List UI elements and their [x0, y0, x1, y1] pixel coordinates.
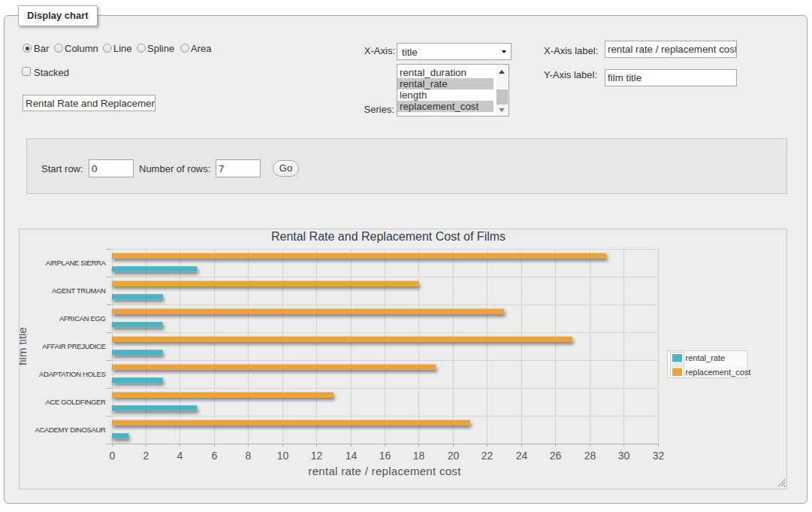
- radio-bar[interactable]: [23, 44, 32, 53]
- svg-text:14: 14: [346, 450, 358, 462]
- scroll-up-arrow-icon: [499, 70, 505, 74]
- go-button[interactable]: Go: [273, 160, 299, 177]
- x-axis-select[interactable]: title: [397, 43, 512, 60]
- bar-replacement_cost: [112, 309, 504, 314]
- stacked-label: Stacked: [34, 68, 69, 77]
- svg-text:28: 28: [584, 450, 596, 462]
- category-label: ADAPTATION HOLES: [39, 370, 106, 378]
- y-axis-title: film title: [20, 327, 29, 365]
- category-label: AFFAIR PREJUDICE: [42, 342, 105, 350]
- radio-line-label: Line: [113, 44, 132, 53]
- svg-text:26: 26: [550, 450, 562, 462]
- category-label: ACE GOLDFINGER: [45, 398, 106, 406]
- bar-rental_rate: [112, 350, 163, 355]
- svg-text:18: 18: [413, 450, 425, 462]
- start-row-input[interactable]: [89, 159, 134, 177]
- chart-title-input[interactable]: [23, 95, 155, 111]
- svg-text:12: 12: [311, 450, 323, 462]
- svg-text:8: 8: [246, 450, 252, 462]
- svg-text:32: 32: [653, 450, 665, 462]
- svg-text:2: 2: [143, 450, 149, 462]
- radio-line[interactable]: [103, 44, 112, 53]
- bar-rental_rate: [112, 266, 197, 271]
- stacked-checkbox[interactable]: [22, 67, 31, 76]
- category-label: AGENT TRUMAN: [52, 286, 106, 295]
- legend-item-label[interactable]: replacement_cost: [686, 368, 751, 377]
- bar-replacement_cost: [112, 392, 334, 398]
- svg-text:16: 16: [379, 450, 391, 462]
- scroll-down-arrow-icon: [499, 108, 505, 112]
- series-label: Series:: [334, 105, 394, 114]
- bar-rental_rate: [112, 322, 163, 327]
- svg-text:30: 30: [618, 450, 630, 462]
- x-axis-select-label: X-Axis:: [335, 46, 395, 56]
- bar-chart: Rental Rate and Replacement Cost of Film…: [20, 229, 786, 489]
- radio-spline-label: Spline: [147, 44, 174, 53]
- bar-replacement_cost: [112, 365, 436, 370]
- bar-replacement_cost: [112, 337, 572, 342]
- options-list: rental_duration rental_rate length repla…: [397, 67, 509, 112]
- svg-text:24: 24: [516, 450, 528, 462]
- x-axis-title: rental rate / replacement cost: [308, 465, 461, 477]
- radio-column[interactable]: [54, 44, 63, 53]
- category-label: AFRICAN EGG: [59, 314, 106, 323]
- bar-rental_rate: [112, 377, 163, 383]
- svg-text:0: 0: [110, 450, 116, 462]
- chart-legend: rental_ratereplacement_cost: [668, 351, 751, 378]
- category-label: AIRPLANE SIERRA: [46, 259, 107, 267]
- scrollbar-up-button[interactable]: [496, 65, 509, 76]
- bar-rental_rate: [112, 294, 163, 299]
- bar-replacement_cost: [112, 253, 607, 259]
- x-axis-label-label: X-Axis label:: [544, 46, 598, 56]
- svg-text:6: 6: [212, 450, 218, 462]
- radio-column-label: Column: [65, 44, 98, 53]
- bar-rental_rate: [112, 433, 129, 438]
- fieldset-legend: Display chart: [18, 5, 98, 26]
- svg-text:20: 20: [448, 450, 460, 462]
- svg-text:22: 22: [481, 450, 494, 462]
- number-of-rows-input[interactable]: [216, 159, 261, 177]
- app-window: Display chart Bar Column Line Spline Are…: [0, 0, 812, 512]
- bar-replacement_cost: [112, 281, 419, 286]
- category-label: ACADEMY DINOSAUR: [35, 426, 106, 434]
- radio-area[interactable]: [180, 44, 189, 53]
- series-option[interactable]: replacement_cost: [397, 101, 494, 112]
- y-axis-label-input[interactable]: [605, 69, 737, 86]
- series-option[interactable]: rental_duration: [397, 67, 494, 78]
- radio-area-label: Area: [191, 44, 211, 53]
- svg-text:4: 4: [177, 450, 183, 462]
- listbox-scrollbar[interactable]: [496, 65, 509, 116]
- series-option[interactable]: rental_rate: [397, 78, 494, 89]
- scrollbar-thumb[interactable]: [497, 89, 508, 105]
- series-option[interactable]: length: [397, 89, 494, 101]
- x-axis-select-value: title: [402, 47, 418, 58]
- x-axis-label-input[interactable]: [605, 41, 737, 58]
- radio-bar-label: Bar: [34, 44, 49, 53]
- legend-item-label[interactable]: rental_rate: [686, 353, 726, 362]
- chart-container: Rental Rate and Replacement Cost of Film…: [19, 229, 787, 489]
- radio-spline[interactable]: [137, 44, 146, 53]
- y-axis-label-label: Y-Axis label:: [544, 70, 597, 80]
- svg-text:10: 10: [277, 450, 289, 462]
- chart-title: Rental Rate and Replacement Cost of Film…: [271, 230, 506, 243]
- number-of-rows-label: Number of rows:: [139, 164, 210, 174]
- resize-grip-icon[interactable]: [778, 480, 785, 486]
- select-dropdown-arrow-icon: [502, 50, 506, 53]
- start-row-label: Start row:: [41, 164, 83, 174]
- bar-replacement_cost: [112, 420, 470, 426]
- bar-rental_rate: [112, 405, 197, 411]
- series-multiselect[interactable]: rental_duration rental_rate length repla…: [397, 64, 509, 117]
- scrollbar-down-button[interactable]: [496, 105, 509, 116]
